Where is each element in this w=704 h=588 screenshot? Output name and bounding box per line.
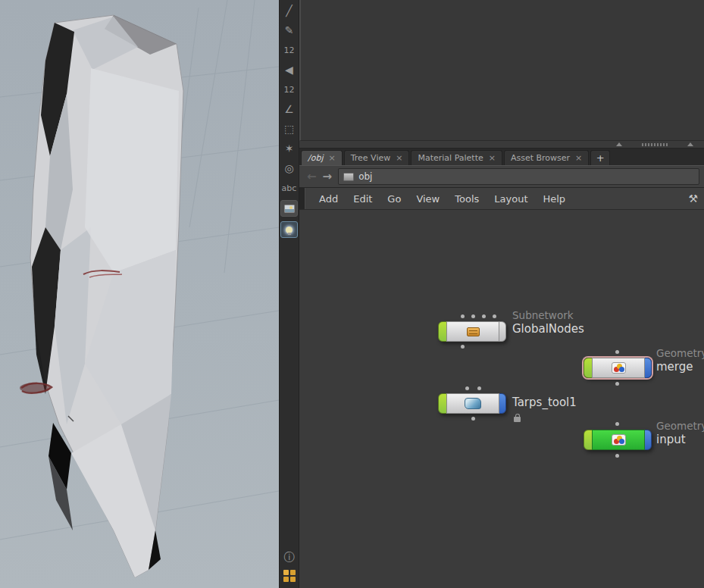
snap-count-badge[interactable]: 12 bbox=[281, 42, 298, 58]
menu-layout[interactable]: Layout bbox=[487, 193, 535, 205]
parameters-pane[interactable] bbox=[299, 0, 704, 141]
scene-viewport[interactable] bbox=[0, 0, 279, 588]
output-connector[interactable] bbox=[615, 454, 619, 458]
abc-text-tool[interactable]: abc bbox=[281, 180, 298, 195]
menu-add[interactable]: Add bbox=[311, 193, 346, 205]
output-connector[interactable] bbox=[461, 345, 465, 349]
node-name-label: Tarps_tool1 bbox=[512, 396, 577, 410]
tab-obj[interactable]: /obj × bbox=[301, 150, 343, 165]
angle-snap-icon[interactable]: ∠ bbox=[281, 102, 298, 117]
viewport-toolbar: ╱ ✎ 12 ◀ 12 ∠ ⬚ ✶ ◎ abc ⓘ bbox=[279, 0, 299, 588]
input-connector[interactable] bbox=[615, 422, 619, 426]
close-icon[interactable]: × bbox=[489, 153, 496, 163]
network-editor[interactable]: Subnetwork GlobalNodes Geometry merge bbox=[299, 210, 704, 588]
forward-arrow[interactable]: → bbox=[323, 170, 333, 183]
node-body[interactable] bbox=[592, 358, 645, 378]
houdini-window: ╱ ✎ 12 ◀ 12 ∠ ⬚ ✶ ◎ abc ⓘ /obj × bbox=[0, 0, 704, 588]
network-path-field[interactable]: obj bbox=[338, 168, 699, 185]
output-connector[interactable] bbox=[471, 417, 475, 421]
input-connector[interactable] bbox=[465, 386, 469, 390]
menu-view[interactable]: View bbox=[408, 193, 447, 205]
viewport-canvas bbox=[0, 0, 279, 588]
input-connector[interactable] bbox=[461, 314, 465, 318]
node-globalnodes[interactable] bbox=[438, 321, 506, 342]
pose-tool-icon[interactable]: ✎ bbox=[281, 23, 298, 38]
node-label-input: Geometry input bbox=[656, 420, 704, 447]
horn-icon[interactable]: ◀ bbox=[281, 62, 298, 77]
node-body[interactable] bbox=[592, 430, 645, 450]
menu-tools[interactable]: Tools bbox=[447, 193, 487, 205]
collapse-up-icon-2[interactable] bbox=[687, 142, 693, 146]
close-icon[interactable]: × bbox=[328, 153, 335, 163]
node-label-globalnodes: Subnetwork GlobalNodes bbox=[512, 309, 584, 336]
splitter-grip[interactable] bbox=[642, 143, 668, 146]
network-icon bbox=[343, 173, 354, 181]
pane-splitter[interactable] bbox=[299, 141, 704, 149]
output-connector[interactable] bbox=[615, 382, 619, 386]
node-name-label: merge bbox=[656, 360, 704, 374]
input-connector[interactable] bbox=[493, 314, 496, 318]
new-tab-button[interactable]: + bbox=[590, 150, 610, 165]
input-connector[interactable] bbox=[482, 314, 486, 318]
menu-go[interactable]: Go bbox=[380, 193, 408, 205]
wand-tool-icon[interactable]: ✶ bbox=[281, 141, 298, 156]
pane-tabbar: /obj × Tree View × Material Palette × As… bbox=[299, 149, 704, 165]
input-connector[interactable] bbox=[471, 314, 475, 318]
tab-label: Tree View bbox=[351, 153, 391, 163]
image-icon bbox=[284, 205, 295, 213]
customize-tools-icon[interactable]: ⚒ bbox=[688, 192, 698, 205]
close-icon[interactable]: × bbox=[396, 153, 402, 163]
tab-label: /obj bbox=[308, 153, 323, 163]
lights-panel-button[interactable] bbox=[280, 221, 298, 238]
node-type-label: Subnetwork bbox=[512, 309, 584, 322]
node-type-label: Geometry bbox=[656, 347, 704, 360]
pane-grip[interactable] bbox=[299, 188, 305, 209]
tarp-mesh bbox=[20, 15, 183, 577]
node-name-label: input bbox=[656, 433, 704, 447]
node-input[interactable] bbox=[584, 430, 652, 450]
snap-count-badge-2[interactable]: 12 bbox=[281, 82, 298, 97]
network-path-bar: ← → obj bbox=[299, 165, 704, 188]
menu-edit[interactable]: Edit bbox=[346, 193, 380, 205]
marquee-select-icon[interactable]: ⬚ bbox=[281, 121, 298, 136]
close-icon[interactable]: × bbox=[575, 153, 582, 163]
collapse-up-icon[interactable] bbox=[616, 142, 622, 146]
network-menubar: Add Edit Go View Tools Layout Help ⚒ bbox=[299, 188, 704, 210]
right-pane: /obj × Tree View × Material Palette × As… bbox=[299, 0, 704, 588]
geometry-icon bbox=[612, 434, 626, 446]
node-tarps-tool1[interactable] bbox=[438, 393, 506, 414]
node-merge[interactable] bbox=[584, 358, 652, 378]
node-label-tarps-tool1: Tarps_tool1 bbox=[512, 396, 577, 410]
node-name-label: GlobalNodes bbox=[512, 322, 584, 336]
snapshot-panel-button[interactable] bbox=[280, 200, 298, 217]
back-arrow[interactable]: ← bbox=[307, 170, 317, 183]
info-button[interactable]: ⓘ bbox=[281, 550, 298, 565]
current-path: obj bbox=[358, 171, 372, 182]
tab-label: Material Palette bbox=[418, 153, 483, 163]
node-body[interactable] bbox=[446, 321, 499, 342]
tab-asset-browser[interactable]: Asset Browser × bbox=[504, 150, 589, 165]
takes-grid-icon[interactable] bbox=[283, 570, 296, 582]
circle-tool-icon[interactable]: ◎ bbox=[281, 161, 298, 176]
node-body[interactable] bbox=[446, 393, 499, 414]
input-connector[interactable] bbox=[477, 386, 481, 390]
tab-label: Asset Browser bbox=[511, 153, 570, 163]
tab-tree-view[interactable]: Tree View × bbox=[344, 150, 410, 165]
handle-tool-icon[interactable]: ╱ bbox=[281, 3, 298, 18]
lock-icon bbox=[514, 417, 521, 422]
tarp-tool-icon bbox=[465, 398, 481, 409]
geometry-icon bbox=[612, 362, 626, 374]
node-label-merge: Geometry merge bbox=[656, 347, 704, 374]
input-connector[interactable] bbox=[615, 350, 619, 354]
subnetwork-icon bbox=[467, 327, 480, 336]
tab-material-palette[interactable]: Material Palette × bbox=[411, 150, 502, 165]
menu-help[interactable]: Help bbox=[535, 193, 573, 205]
node-type-label: Geometry bbox=[656, 420, 704, 433]
lightbulb-icon bbox=[286, 227, 293, 233]
